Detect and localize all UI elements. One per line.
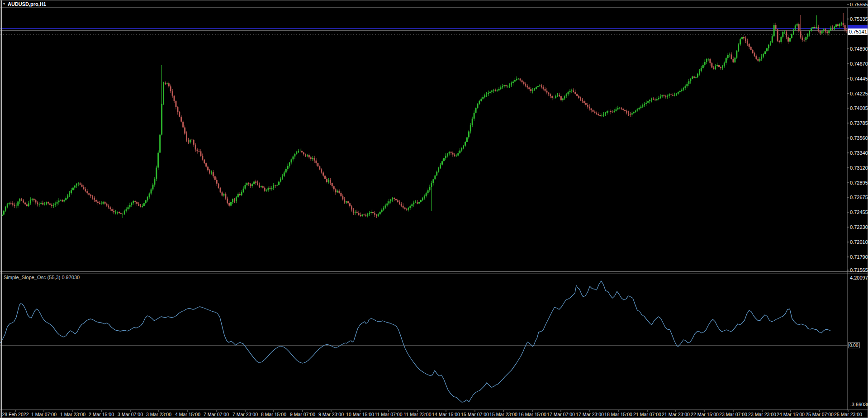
candle-body xyxy=(26,204,28,206)
candle-body xyxy=(455,156,457,157)
candle-body xyxy=(134,201,136,202)
candle-body xyxy=(820,31,821,34)
candle-body xyxy=(261,186,262,187)
candle-body xyxy=(443,158,445,162)
candle-body xyxy=(454,155,455,157)
candle-body xyxy=(747,41,748,44)
candle-body xyxy=(413,203,414,204)
time-axis-label: 11 Mar 07:00 xyxy=(375,412,402,417)
candle-body xyxy=(303,152,304,154)
candle-body xyxy=(681,90,683,91)
time-axis-label: 25 Mar 23:00 xyxy=(834,412,862,417)
candle-body xyxy=(695,77,697,78)
chevron-down-icon[interactable]: ▼ xyxy=(2,2,6,6)
candle-body xyxy=(90,195,91,196)
candle-body xyxy=(711,63,712,67)
candle-body xyxy=(580,98,581,100)
candle-body xyxy=(246,183,247,185)
candle-body xyxy=(319,166,320,170)
candle-body xyxy=(101,204,102,204)
candle-body xyxy=(639,108,640,109)
candle-body xyxy=(355,212,356,213)
candle-body xyxy=(384,205,386,208)
candle-body xyxy=(99,203,100,204)
candle-body xyxy=(738,44,739,51)
candle-body xyxy=(800,31,802,38)
candle-body xyxy=(361,214,363,216)
candle-body xyxy=(278,181,280,185)
candle-body xyxy=(305,154,306,156)
candle-body xyxy=(383,208,384,210)
candle-body xyxy=(30,200,31,204)
price-axis-label: 0.75335 xyxy=(850,16,868,22)
candle-body xyxy=(284,172,285,176)
time-axis-label: 10 Mar 15:00 xyxy=(346,412,374,417)
candle-body xyxy=(692,76,693,79)
candle-body xyxy=(266,190,267,191)
candle-body xyxy=(80,183,81,185)
candle-body xyxy=(55,204,56,205)
candle-body xyxy=(651,99,652,100)
candle-body xyxy=(662,95,663,96)
candle-body xyxy=(184,128,185,134)
candle-body xyxy=(512,81,514,83)
oscillator-zero-label: 0.00 xyxy=(848,342,860,348)
candle-body xyxy=(805,37,806,40)
candle-body xyxy=(669,95,670,96)
candle-body xyxy=(686,84,688,86)
candle-body xyxy=(140,206,141,207)
price-axis-label: 0.71565 xyxy=(850,267,868,273)
candle-body xyxy=(525,84,526,86)
candle-body xyxy=(488,93,489,94)
price-axis-label: 0.73340 xyxy=(850,150,868,156)
candle-body xyxy=(117,212,118,213)
candle-body xyxy=(289,162,290,166)
candle-body xyxy=(328,180,329,182)
candle-body xyxy=(574,92,576,94)
candle-body xyxy=(497,90,498,91)
candle-body xyxy=(74,185,76,187)
oscillator-line xyxy=(0,281,830,402)
price-axis-label: 0.73560 xyxy=(850,135,868,141)
candle-body xyxy=(534,89,535,90)
candle-body xyxy=(269,188,270,189)
candle-body xyxy=(214,176,216,180)
candle-body xyxy=(599,115,601,116)
candle-body xyxy=(582,100,583,101)
candle-body xyxy=(356,212,358,213)
candle-body xyxy=(702,65,704,68)
candle-body xyxy=(324,176,326,179)
candle-body xyxy=(103,202,104,204)
candle-body xyxy=(679,91,681,92)
time-axis-label: 11 Mar 23:00 xyxy=(403,412,431,417)
candle-body xyxy=(449,152,450,153)
candle-body xyxy=(408,208,409,210)
candle-body xyxy=(351,206,352,209)
candle-body xyxy=(427,190,429,194)
candle-body xyxy=(647,101,649,103)
candle-body xyxy=(386,204,388,206)
candle-body xyxy=(528,87,530,89)
candle-body xyxy=(88,193,90,195)
candle-body xyxy=(545,89,546,91)
candle-body xyxy=(624,110,626,111)
candle-body xyxy=(152,185,153,190)
candle-body xyxy=(830,28,831,30)
candle-body xyxy=(347,201,349,203)
candle-body xyxy=(292,157,294,160)
candle-body xyxy=(104,202,106,204)
candle-body xyxy=(225,194,226,199)
candle-body xyxy=(156,167,157,178)
candle-body xyxy=(310,157,312,159)
candle-body xyxy=(174,96,175,101)
chart-canvas[interactable] xyxy=(0,0,868,418)
candle-body xyxy=(667,96,668,97)
candle-body xyxy=(477,104,478,108)
price-axis-label: 0.74670 xyxy=(850,61,868,66)
candle-body xyxy=(546,91,547,93)
candle-body xyxy=(761,57,762,59)
candle-body xyxy=(415,202,416,203)
candle-body xyxy=(381,210,383,212)
candle-body xyxy=(791,34,792,38)
candle-body xyxy=(802,38,803,40)
